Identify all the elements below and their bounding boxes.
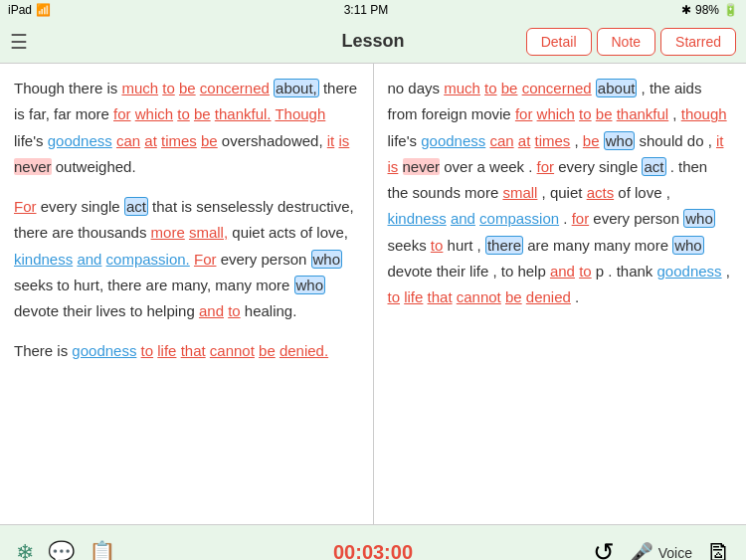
r-is-1[interactable]: is (388, 158, 399, 175)
r-be-4[interactable]: be (505, 288, 522, 305)
r-which[interactable]: which (537, 105, 575, 122)
word-to-3[interactable]: to (228, 302, 241, 319)
word-times-1[interactable]: times (161, 132, 197, 149)
r-thankful[interactable]: thankful (617, 105, 669, 122)
r-cannot[interactable]: cannot (457, 288, 501, 305)
word-and-2[interactable]: and (199, 302, 224, 319)
snowflake-icon[interactable]: ❄ (16, 540, 34, 561)
word-much-1[interactable]: much (121, 80, 158, 96)
r-and[interactable]: and (451, 210, 475, 227)
word-concerned-1[interactable]: concerned (200, 80, 270, 96)
r-act[interactable]: act (642, 157, 665, 176)
r-acts[interactable]: acts (587, 184, 615, 201)
note-button[interactable]: Note (597, 28, 656, 56)
header-left: ☰ (10, 30, 28, 54)
ipad-label: iPad (8, 3, 32, 17)
word-small-1[interactable]: small, (189, 224, 228, 241)
word-it-1[interactable]: it (327, 132, 335, 149)
word-be-1[interactable]: be (179, 80, 196, 96)
left-paragraph-3: There is goodness to life that cannot be… (14, 338, 359, 364)
word-is-1[interactable]: is (338, 132, 349, 149)
r-there[interactable]: there (485, 236, 523, 255)
r-for-1[interactable]: for (515, 105, 533, 122)
r-at-1[interactable]: at (518, 132, 531, 149)
word-thankful-1[interactable]: thankful. (215, 105, 272, 122)
word-never-1[interactable]: never (14, 158, 52, 175)
word-about-1[interactable]: about, (274, 79, 319, 97)
r-denied[interactable]: denied (526, 288, 571, 305)
r-times-1[interactable]: times (535, 132, 571, 149)
starred-button[interactable]: Starred (660, 28, 736, 56)
header-buttons: Detail Note Starred (526, 28, 736, 56)
r-much[interactable]: much (444, 80, 480, 96)
detail-button[interactable]: Detail (526, 28, 592, 56)
r-small[interactable]: small (502, 184, 537, 201)
r-to-life[interactable]: to (388, 288, 401, 305)
r-about[interactable]: about (596, 79, 638, 97)
r-be-2[interactable]: be (596, 105, 613, 122)
word-to-1[interactable]: to (162, 80, 175, 96)
r-to-2[interactable]: to (579, 105, 592, 122)
r-and-2[interactable]: and (550, 263, 575, 280)
word-and-1[interactable]: and (77, 251, 101, 268)
word-act-1[interactable]: act (124, 197, 148, 216)
r-though[interactable]: though (681, 105, 727, 122)
word-which-1[interactable]: which (135, 105, 173, 122)
word-can-1[interactable]: can (116, 132, 140, 149)
word-at-1[interactable]: at (144, 132, 157, 149)
r-be-1[interactable]: be (501, 80, 518, 96)
r-to-p[interactable]: to (579, 263, 592, 280)
back-icon[interactable]: 💬 (48, 540, 75, 561)
r-goodness-1[interactable]: goodness (421, 132, 485, 149)
wifi-icon: 📶 (36, 3, 51, 17)
word-denied-1[interactable]: denied. (280, 342, 328, 359)
r-kindness[interactable]: kindness (388, 210, 447, 227)
bottom-bar: ❄ 💬 📋 00:03:00 ↺ 🎤 Voice 🖺 (0, 524, 746, 560)
word-for-3[interactable]: For (194, 251, 217, 268)
r-to-hurt[interactable]: to (431, 237, 444, 254)
r-for-3[interactable]: for (572, 210, 590, 227)
r-be-3[interactable]: be (583, 132, 600, 149)
r-it[interactable]: it (716, 132, 724, 149)
r-for-2[interactable]: for (537, 158, 555, 175)
menu-icon[interactable]: ☰ (10, 30, 28, 54)
word-for-1[interactable]: for (113, 105, 131, 122)
r-concerned[interactable]: concerned (522, 80, 592, 96)
right-panel: no days much to be concerned about , the… (373, 64, 747, 524)
r-goodness-2[interactable]: goodness (657, 263, 722, 280)
word-who-1[interactable]: who (311, 250, 343, 269)
word-goodness-2[interactable]: goodness (72, 342, 136, 359)
word-that-1[interactable]: that (181, 342, 206, 359)
plus-icon[interactable]: 📋 (89, 540, 115, 561)
r-who-3[interactable]: who (672, 236, 704, 255)
r-never[interactable]: never (403, 158, 441, 175)
page-title: Lesson (341, 31, 404, 52)
r-that[interactable]: that (428, 288, 453, 305)
r-who-2[interactable]: who (683, 209, 715, 228)
word-be-2[interactable]: be (194, 105, 211, 122)
mic-icon[interactable]: 🎤 (629, 541, 653, 561)
translate-icon[interactable]: 🖺 (706, 539, 730, 561)
word-to-2[interactable]: to (177, 105, 190, 122)
word-compassion-1[interactable]: compassion. (106, 251, 190, 268)
word-life-1[interactable]: life (157, 342, 176, 359)
r-to-1[interactable]: to (484, 80, 497, 96)
timer-display: 00:03:00 (333, 541, 413, 560)
r-compassion[interactable]: compassion (479, 210, 559, 227)
r-life[interactable]: life (404, 288, 423, 305)
word-though-1[interactable]: Though (275, 105, 325, 122)
word-for-2[interactable]: For (14, 198, 37, 215)
word-more-1[interactable]: more (151, 224, 185, 241)
word-be-3[interactable]: be (201, 132, 218, 149)
word-to-life[interactable]: to (141, 342, 154, 359)
word-kindness-1[interactable]: kindness (14, 251, 73, 268)
word-who-2[interactable]: who (294, 276, 326, 294)
status-right: ✱ 98% 🔋 (681, 3, 738, 17)
word-goodness-1[interactable]: goodness (48, 132, 112, 149)
word-be-4[interactable]: be (259, 342, 276, 359)
r-can[interactable]: can (489, 132, 513, 149)
left-panel: Though there is much to be concerned abo… (0, 64, 373, 524)
r-who-1[interactable]: who (604, 131, 636, 150)
word-cannot-1[interactable]: cannot (210, 342, 255, 359)
replay-icon[interactable]: ↺ (593, 537, 615, 560)
